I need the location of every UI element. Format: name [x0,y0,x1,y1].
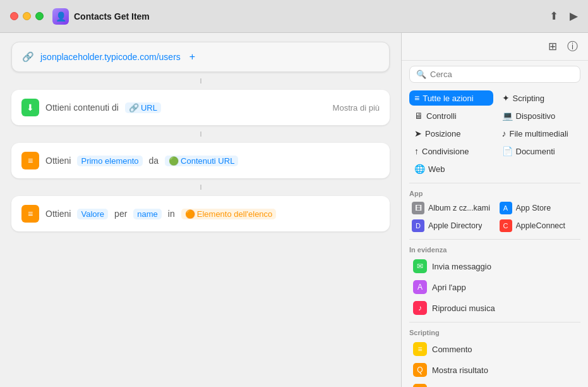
cat-sharing[interactable]: ↑ Condivisione [409,144,493,159]
add-action-icon[interactable]: ⊞ [548,40,557,53]
appleconnect-icon: C [500,219,512,232]
get-contents-block: ⬇ Ottieni contenuti di 🔗 URL Mostra di p… [11,90,390,125]
action-riproduci-musica[interactable]: ♪ Riproduci musica [409,298,580,318]
get-item-prefix: Ottieni [45,156,71,166]
album-label: Album z cz...kami [428,204,490,212]
appleconnect-label: AppleConnect [516,221,566,230]
cat-media[interactable]: ♪ File multimediali [497,126,581,141]
cat-sharing-label: Condivisione [422,147,469,156]
cat-location-label: Posizione [425,129,460,138]
contenuti-url-label: Contenuti URL [181,156,234,166]
search-wrapper: 🔍 [409,66,580,83]
app-icon: 👤 [52,8,69,25]
contenuti-url-icon: 🟢 [169,156,179,166]
directory-icon: D [412,219,424,232]
fullscreen-button[interactable] [35,12,44,20]
title-bar: 👤 Contacts Get Item ⬆ ▶ [0,0,588,33]
cat-device[interactable]: 💻 Dispositivo [497,108,581,123]
action-mostra-risultato[interactable]: Q Mostra risultato [409,360,580,380]
show-more[interactable]: Mostra di più [333,103,380,113]
play-icon[interactable]: ▶ [570,9,578,23]
link-icon: 🔗 [22,51,34,63]
app-item-appleconnect[interactable]: C AppleConnect [497,218,581,234]
url-pill[interactable]: 🔗 URL [125,102,161,113]
cat-media-label: File multimediali [510,129,568,138]
cat-controls-label: Controlli [426,111,457,121]
action-apri-app[interactable]: A Apri l'app [409,277,580,297]
album-icon: 🎞 [412,202,424,214]
get-value-block: ≡ Ottieni Valore per name in 🟠 Elemento … [11,196,390,231]
right-panel: ⊞ ⓘ 🔍 ≡ Tutte le azioni ✦ Scripting [401,33,588,387]
cat-documents-icon: 📄 [502,146,513,156]
get-contents-icon: ⬇ [21,99,39,116]
invia-label: Invia messaggio [432,262,491,271]
get-item-middle: da [149,156,159,166]
divider-2 [409,239,580,240]
info-icon[interactable]: ⓘ [567,39,578,54]
cat-web-icon: 🌐 [414,164,425,174]
cat-documents-label: Documenti [516,147,555,156]
cat-location[interactable]: ➤ Posizione [409,126,493,141]
risultato-icon: Q [413,363,427,377]
contenuti-url-pill[interactable]: 🟢 Contenuti URL [165,156,238,166]
cat-controls[interactable]: 🖥 Controlli [409,108,493,123]
app-item-appstore[interactable]: A App Store [497,200,581,216]
app-section-header: App [402,186,588,199]
directory-label: Apple Directory [428,221,482,230]
get-item-icon: ≡ [21,152,39,169]
primo-elemento-label: Primo elemento [81,156,138,166]
cat-scripting-icon: ✦ [502,93,510,103]
scripting-list: ≡ Commento Q Mostra risultato ! Mostra a… [402,338,588,387]
cat-scripting-label: Scripting [513,94,545,103]
url-pill-icon: 🔗 [129,103,139,113]
valore-pill[interactable]: Valore [77,209,108,219]
cat-all-label: Tutte le azioni [423,94,473,103]
cat-controls-icon: 🖥 [414,111,423,121]
appstore-icon: A [500,202,512,214]
divider-1 [409,183,580,183]
elemento-label: Elemento dell'elenco [197,209,273,219]
app-title-area: 👤 Contacts Get Item [52,8,549,25]
elemento-icon: 🟠 [185,209,195,219]
cat-documents[interactable]: 📄 Documenti [497,144,581,159]
cat-scripting[interactable]: ✦ Scripting [497,90,581,106]
connector-3 [11,185,390,190]
action-invia-messaggio[interactable]: ✉ Invia messaggio [409,256,580,276]
search-bar: 🔍 [402,61,588,88]
avviso-icon: ! [413,384,427,387]
url-action-block: 🔗 jsonplaceholder.typicode.com/users + [11,42,390,72]
primo-elemento-pill[interactable]: Primo elemento [77,156,142,166]
action-commento[interactable]: ≡ Commento [409,339,580,359]
right-top-bar: ⊞ ⓘ [402,33,588,61]
name-label: name [137,209,158,219]
name-pill[interactable]: name [133,209,162,219]
invia-icon: ✉ [413,259,427,273]
musica-label: Riproduci musica [432,304,495,313]
app-item-directory[interactable]: D Apple Directory [409,218,493,234]
search-input[interactable] [430,70,573,79]
cat-all[interactable]: ≡ Tutte le azioni [409,90,493,106]
url-pill-label: URL [141,103,157,113]
app-item-album[interactable]: 🎞 Album z cz...kami [409,200,493,216]
share-icon[interactable]: ⬆ [549,9,558,23]
risultato-label: Mostra risultato [432,366,488,375]
url-text[interactable]: jsonplaceholder.typicode.com/users [40,52,181,62]
inevidenza-list: ✉ Invia messaggio A Apri l'app ♪ Riprodu… [402,255,588,319]
cat-location-icon: ➤ [414,128,422,138]
connector-1 [11,78,390,83]
url-plus[interactable]: + [189,51,195,63]
scripting-header: Scripting [402,325,588,338]
musica-icon: ♪ [413,301,427,315]
cat-device-label: Dispositivo [516,111,556,121]
minimize-button[interactable] [23,12,31,20]
left-panel: 🔗 jsonplaceholder.typicode.com/users + ⬇… [0,33,401,387]
cat-web[interactable]: 🌐 Web [409,161,493,176]
divider-3 [409,322,580,322]
action-mostra-avviso[interactable]: ! Mostra avviso [409,381,580,387]
close-button[interactable] [10,12,18,20]
elemento-elenco-pill[interactable]: 🟠 Elemento dell'elenco [181,209,277,219]
cat-sharing-icon: ↑ [414,146,419,156]
get-value-middle2: in [168,209,175,219]
apri-icon: A [413,280,427,294]
commento-label: Commento [432,345,472,354]
